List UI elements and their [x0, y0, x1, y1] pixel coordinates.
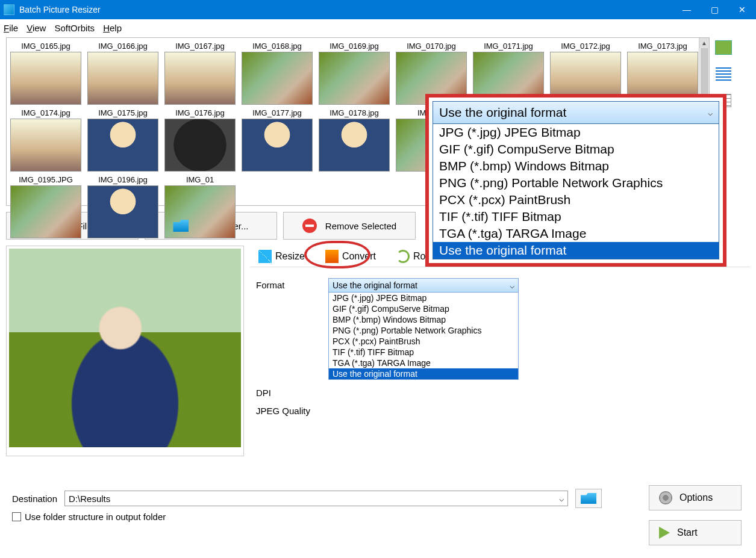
folder-structure-checkbox-row: Use folder structure in output folder	[12, 512, 166, 522]
thumbnail-filename: IMG_0168.jpg	[252, 42, 302, 51]
browse-folder-button[interactable]	[575, 489, 602, 508]
options-button[interactable]: Options	[649, 485, 742, 510]
thumbnail-image	[164, 52, 236, 105]
view-thumbnails-icon[interactable]	[716, 41, 731, 54]
thumbnail-item[interactable]: IMG_0175.jpg	[87, 108, 158, 172]
overlay-selected[interactable]: Use the original format ⌵	[433, 101, 719, 124]
destination-input[interactable]: D:\Results ⌵	[64, 491, 568, 506]
thumbnail-filename: IMG_0169.jpg	[330, 42, 379, 51]
title-bar: Batch Picture Resizer — ▢ ✕	[0, 0, 756, 19]
close-button[interactable]: ✕	[728, 0, 756, 19]
thumbnail-filename: IMG_0170.jpg	[407, 42, 456, 51]
thumbnail-item[interactable]: IMG_0165.jpg	[10, 42, 81, 105]
thumbnail-image	[319, 119, 390, 172]
tab-convert[interactable]: Convert	[320, 247, 381, 265]
tab-resize-label: Resize	[275, 251, 305, 262]
format-option[interactable]: PNG (*.png) Portable Network Graphics	[329, 325, 518, 336]
thumbnail-item[interactable]: IMG_0169.jpg	[319, 42, 390, 105]
chevron-down-icon: ⌵	[510, 281, 514, 290]
format-option[interactable]: BMP (*.bmp) Windows Bitmap	[433, 158, 719, 175]
thumbnail-filename: IMG_01	[186, 175, 214, 184]
preview-image	[9, 249, 241, 447]
thumbnail-item[interactable]: IMG_0166.jpg	[87, 42, 158, 105]
thumbnail-filename: IMG_0166.jpg	[98, 42, 148, 51]
thumbnail-filename: IMG_0177.jpg	[252, 108, 302, 117]
folder-structure-label: Use folder structure in output folder	[25, 512, 166, 522]
thumbnail-item[interactable]: IMG_0174.jpg	[10, 108, 81, 172]
minimize-button[interactable]: —	[673, 0, 701, 19]
thumbnail-image	[10, 185, 81, 238]
format-option[interactable]: PCX (*.pcx) PaintBrush	[329, 336, 518, 347]
format-option[interactable]: TIF (*.tif) TIFF Bitmap	[329, 347, 518, 358]
resize-icon	[258, 250, 272, 263]
thumbnail-item[interactable]: IMG_0177.jpg	[242, 108, 313, 172]
format-label: Format	[256, 278, 328, 290]
thumbnail-image	[242, 52, 313, 105]
format-option[interactable]: JPG (*.jpg) JPEG Bitmap	[433, 124, 719, 141]
thumbnail-item[interactable]: IMG_0178.jpg	[319, 108, 390, 172]
thumbnail-filename: IMG_0196.jpg	[98, 175, 148, 184]
menu-view[interactable]: View	[27, 23, 46, 33]
format-dropdown[interactable]: Use the original format ⌵ JPG (*.jpg) JP…	[328, 278, 519, 380]
thumbnail-item[interactable]: IMG_0168.jpg	[242, 42, 313, 105]
menu-bar: File View SoftOrbits Help	[0, 19, 756, 36]
thumbnail-filename: IMG_0175.jpg	[98, 108, 148, 117]
format-option[interactable]: TGA (*.tga) TARGA Image	[433, 225, 719, 242]
format-option[interactable]: Use the original format	[329, 368, 518, 379]
thumbnail-item[interactable]: IMG_0167.jpg	[164, 42, 236, 105]
thumbnail-filename: IMG_0173.jpg	[638, 42, 687, 51]
menu-file[interactable]: File	[4, 23, 18, 33]
thumbnail-filename: IMG_0172.jpg	[561, 42, 610, 51]
preview-pane	[6, 246, 244, 456]
start-button[interactable]: Start	[649, 520, 742, 545]
thumbnail-image	[319, 52, 390, 105]
format-option[interactable]: PNG (*.png) Portable Network Graphics	[433, 175, 719, 191]
rotate-icon	[396, 250, 410, 263]
scroll-up-icon[interactable]: ▲	[699, 38, 709, 48]
start-label: Start	[677, 527, 698, 538]
menu-help[interactable]: Help	[103, 23, 122, 33]
thumbnail-filename: IMG_0195.JPG	[19, 175, 73, 184]
thumbnail-filename: IMG_0167.jpg	[175, 42, 225, 51]
thumbnail-image	[164, 119, 236, 172]
menu-softorbits[interactable]: SoftOrbits	[54, 23, 95, 33]
destination-label: Destination	[12, 494, 57, 504]
folder-icon	[581, 493, 596, 504]
thumbnail-item[interactable]: IMG_0195.JPG	[10, 175, 81, 238]
thumbnail-image	[10, 52, 81, 105]
format-dropdown-overlay: Use the original format ⌵ JPG (*.jpg) JP…	[425, 94, 726, 267]
format-option[interactable]: TGA (*.tga) TARGA Image	[329, 358, 518, 368]
tab-resize[interactable]: Resize	[254, 247, 310, 265]
format-option[interactable]: JPG (*.jpg) JPEG Bitmap	[329, 293, 518, 303]
chevron-down-icon: ⌵	[559, 494, 564, 503]
maximize-button[interactable]: ▢	[701, 0, 728, 19]
thumbnail-item[interactable]: IMG_0196.jpg	[87, 175, 158, 238]
tab-convert-label: Convert	[342, 251, 376, 262]
format-option[interactable]: PCX (*.pcx) PaintBrush	[433, 191, 719, 208]
thumbnail-image	[242, 119, 313, 172]
convert-icon	[325, 250, 339, 263]
thumbnail-filename: IMG_0176.jpg	[175, 108, 225, 117]
format-option[interactable]: TIF (*.tif) TIFF Bitmap	[433, 208, 719, 225]
format-option[interactable]: GIF (*.gif) CompuServe Bitmap	[329, 303, 518, 314]
chevron-down-icon: ⌵	[708, 108, 713, 117]
format-option[interactable]: Use the original format	[433, 242, 719, 259]
thumbnail-filename: IMG_0165.jpg	[21, 42, 70, 51]
jpeg-quality-label: JPEG Quality	[256, 404, 328, 416]
remove-icon	[302, 219, 317, 233]
format-selected: Use the original format	[333, 281, 417, 290]
thumbnail-item[interactable]: IMG_0176.jpg	[164, 108, 236, 172]
thumbnail-filename: IMG_0171.jpg	[484, 42, 533, 51]
play-icon	[659, 527, 670, 539]
thumbnail-image	[10, 119, 81, 172]
thumbnail-filename: IMG_0178.jpg	[330, 108, 379, 117]
format-option[interactable]: BMP (*.bmp) Windows Bitmap	[329, 314, 518, 325]
format-option[interactable]: GIF (*.gif) CompuServe Bitmap	[433, 141, 719, 158]
gear-icon	[659, 491, 672, 504]
destination-value: D:\Results	[69, 494, 110, 504]
thumbnail-image	[87, 52, 158, 105]
thumbnail-filename: IMG_0174.jpg	[21, 108, 70, 117]
folder-structure-checkbox[interactable]	[12, 512, 21, 521]
view-list-icon[interactable]	[716, 67, 731, 81]
options-label: Options	[679, 492, 713, 503]
